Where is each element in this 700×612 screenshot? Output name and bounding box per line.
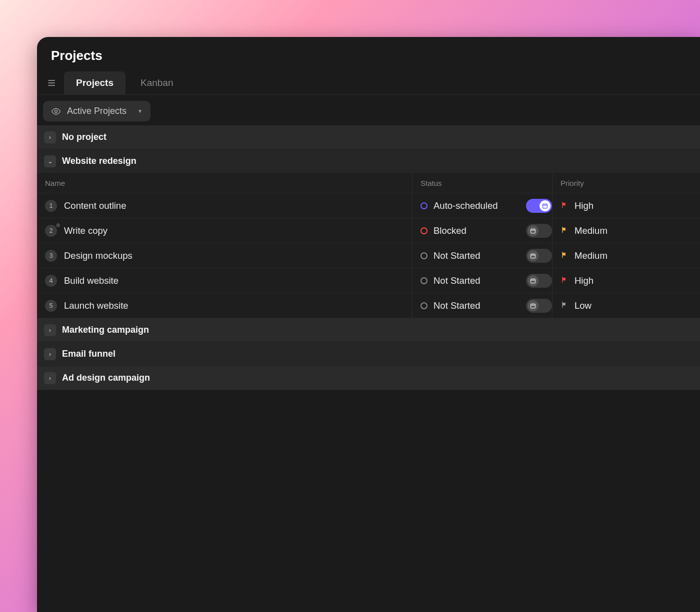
chevron-right-icon: › — [44, 372, 56, 384]
task-status-cell[interactable]: Auto-scheduled — [412, 193, 552, 218]
group-header-marketing-campaign[interactable]: › Marketing campaign — [37, 318, 700, 342]
task-name: Build website — [64, 275, 118, 286]
task-priority-cell[interactable]: High — [552, 193, 692, 218]
group-label: Email funnel — [62, 349, 116, 359]
svg-rect-12 — [531, 254, 536, 258]
task-name: Launch website — [64, 300, 128, 311]
calendar-icon — [528, 250, 538, 261]
task-index-badge: 1 — [45, 200, 57, 212]
calendar-icon — [528, 275, 538, 286]
task-name-cell: 4Build website — [45, 275, 412, 287]
hamburger-menu-button[interactable] — [42, 73, 61, 92]
status-circle-icon — [420, 202, 428, 209]
flag-icon — [560, 301, 568, 311]
group-header-website-redesign[interactable]: ⌄ Website redesign — [37, 149, 700, 173]
task-index-badge: 5 — [45, 300, 57, 312]
tab-projects[interactable]: Projects — [64, 71, 126, 94]
group-label: Website redesign — [62, 156, 136, 166]
svg-rect-4 — [543, 204, 548, 208]
group-label: Ad design campaign — [62, 373, 150, 383]
task-priority-cell[interactable]: High — [552, 268, 692, 293]
eye-icon — [51, 106, 61, 116]
task-priority-cell[interactable]: Low — [552, 293, 692, 318]
group-label: Marketing campaign — [62, 325, 149, 335]
task-priority-label: Medium — [574, 225, 608, 236]
task-status-label: Auto-scheduled — [434, 200, 498, 211]
task-status-cell[interactable]: Blocked — [412, 218, 552, 243]
group-header-email-funnel[interactable]: › Email funnel — [37, 342, 700, 366]
task-index-badge: 2⊘ — [45, 225, 57, 237]
task-priority-label: Low — [574, 300, 592, 311]
tab-kanban[interactable]: Kanban — [128, 71, 186, 94]
auto-schedule-toggle[interactable] — [526, 299, 552, 313]
svg-rect-8 — [531, 229, 536, 233]
column-header-priority[interactable]: Priority — [552, 173, 692, 193]
view-filter-dropdown[interactable]: Active Projects ▼ — [43, 101, 150, 121]
task-row[interactable]: 1Content outlineAuto-scheduledHigh — [37, 193, 700, 218]
app-window: Projects Projects Kanban Active Projects… — [37, 37, 700, 612]
column-header-status[interactable]: Status — [412, 173, 552, 193]
svg-point-3 — [55, 110, 58, 112]
chevron-right-icon: › — [44, 324, 56, 336]
status-circle-icon — [420, 252, 428, 259]
group-header-ad-design-campaign[interactable]: › Ad design campaign — [37, 366, 700, 390]
task-status-label: Not Started — [434, 300, 480, 311]
task-list: 1Content outlineAuto-scheduledHigh2⊘Writ… — [37, 193, 700, 318]
chevron-down-icon: ▼ — [138, 108, 142, 114]
column-headers: Name Status Priority — [37, 173, 700, 193]
task-row[interactable]: 2⊘Write copyBlockedMedium — [37, 218, 700, 243]
task-priority-label: High — [574, 200, 594, 211]
task-row[interactable]: 5Launch websiteNot StartedLow — [37, 293, 700, 318]
calendar-icon — [540, 200, 550, 211]
calendar-icon — [528, 300, 538, 311]
status-circle-icon — [420, 277, 428, 284]
auto-schedule-toggle[interactable] — [526, 249, 552, 263]
task-status-cell[interactable]: Not Started — [412, 243, 552, 268]
chevron-right-icon: › — [44, 348, 56, 360]
task-name: Content outline — [64, 200, 126, 211]
svg-rect-20 — [531, 304, 536, 308]
chevron-down-icon: ⌄ — [44, 155, 56, 167]
task-name-cell: 5Launch website — [45, 300, 412, 312]
task-index-badge: 3 — [45, 250, 57, 262]
toolbar: Active Projects ▼ — [37, 95, 700, 125]
task-name-cell: 1Content outline — [45, 200, 412, 212]
task-row[interactable]: 3Design mockupsNot StartedMedium — [37, 243, 700, 268]
calendar-icon — [528, 225, 538, 236]
tab-bar: Projects Kanban — [37, 66, 700, 95]
task-priority-cell[interactable]: Medium — [552, 218, 692, 243]
group-label: No project — [62, 132, 106, 142]
chevron-right-icon: › — [44, 131, 56, 143]
task-name-cell: 2⊘Write copy — [45, 225, 412, 237]
task-priority-label: Medium — [574, 250, 608, 261]
auto-schedule-toggle[interactable] — [526, 224, 552, 238]
task-status-label: Not Started — [434, 275, 480, 286]
flag-icon — [560, 201, 568, 211]
task-priority-cell[interactable]: Medium — [552, 243, 692, 268]
flag-icon — [560, 276, 568, 286]
svg-rect-16 — [531, 279, 536, 283]
task-name: Design mockups — [64, 250, 132, 261]
status-circle-icon — [420, 227, 428, 234]
task-status-label: Blocked — [434, 225, 466, 236]
flag-icon — [560, 251, 568, 261]
group-header-no-project[interactable]: › No project — [37, 125, 700, 149]
status-circle-icon — [420, 302, 428, 309]
task-name: Write copy — [64, 225, 108, 236]
page-title: Projects — [37, 37, 700, 66]
task-row[interactable]: 4Build websiteNot StartedHigh — [37, 268, 700, 293]
task-index-badge: 4 — [45, 275, 57, 287]
flag-icon — [560, 226, 568, 236]
task-name-cell: 3Design mockups — [45, 250, 412, 262]
task-priority-label: High — [574, 275, 594, 286]
task-status-label: Not Started — [434, 250, 480, 261]
hamburger-icon — [46, 78, 56, 88]
view-filter-label: Active Projects — [67, 106, 126, 116]
task-status-cell[interactable]: Not Started — [412, 293, 552, 318]
column-header-name[interactable]: Name — [45, 179, 412, 187]
auto-schedule-toggle[interactable] — [526, 274, 552, 288]
task-status-cell[interactable]: Not Started — [412, 268, 552, 293]
blocked-indicator-icon: ⊘ — [56, 222, 60, 228]
auto-schedule-toggle[interactable] — [526, 199, 552, 213]
